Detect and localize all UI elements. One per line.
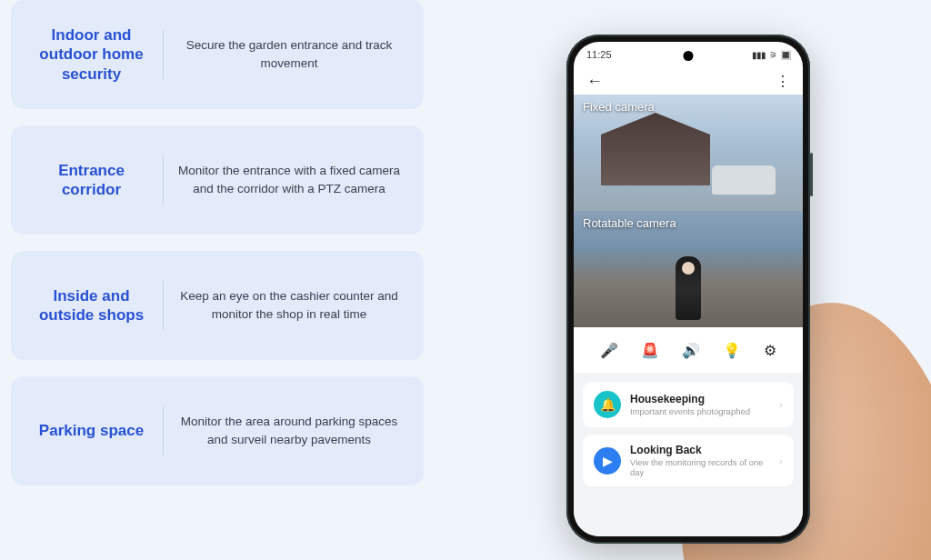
divider xyxy=(163,281,164,330)
mic-icon[interactable]: 🎤 xyxy=(600,342,618,359)
back-icon[interactable]: ← xyxy=(586,72,603,91)
phone-screen: 11:25 ▮▮▮ ⚞ 🔳 ← ⋮ Fixed camera Rotatable… xyxy=(574,42,803,536)
divider xyxy=(163,30,164,79)
siren-icon[interactable]: 🚨 xyxy=(641,342,659,359)
status-icons: ▮▮▮ ⚞ 🔳 xyxy=(752,50,790,60)
phone-camera-dot xyxy=(684,51,694,61)
feed-label: Fixed camera xyxy=(583,100,655,114)
app-bar: ← ⋮ xyxy=(574,67,803,95)
camera-feed-fixed[interactable]: Fixed camera xyxy=(574,95,803,211)
feed-label: Rotatable camera xyxy=(583,216,676,230)
feature-desc: Monitor the area around parking spaces a… xyxy=(173,413,405,448)
chevron-right-icon: › xyxy=(779,455,783,466)
divider xyxy=(163,406,164,455)
control-row: 🎤 🚨 🔊 💡 ⚙ xyxy=(574,327,803,373)
speaker-icon[interactable]: 🔊 xyxy=(682,342,700,359)
chevron-right-icon: › xyxy=(779,399,783,410)
feature-title: Inside and outside shops xyxy=(29,286,161,325)
item-title: Housekeeping xyxy=(630,393,770,405)
bulb-icon[interactable]: 💡 xyxy=(723,342,741,359)
feature-card-parking: Parking space Monitor the area around pa… xyxy=(11,376,424,485)
feature-desc: Monitor the entrance with a fixed camera… xyxy=(173,162,405,197)
item-sub: Important events photographed xyxy=(630,406,770,416)
feature-list: Indoor and outdoor home security Secure … xyxy=(0,0,445,560)
phone-frame: 11:25 ▮▮▮ ⚞ 🔳 ← ⋮ Fixed camera Rotatable… xyxy=(566,35,810,544)
bell-icon: 🔔 xyxy=(594,391,621,418)
play-icon: ▶ xyxy=(594,447,621,475)
item-sub: View the monitoring records of one day xyxy=(630,457,770,477)
feature-desc: Keep an eye on the cashier counter and m… xyxy=(173,287,405,323)
item-text: Housekeeping Important events photograph… xyxy=(630,393,770,416)
more-icon[interactable]: ⋮ xyxy=(776,73,790,90)
list-item-looking-back[interactable]: ▶ Looking Back View the monitoring recor… xyxy=(583,435,794,486)
settings-icon[interactable]: ⚙ xyxy=(764,342,776,359)
feature-title: Parking space xyxy=(29,421,161,440)
feature-list-section: 🔔 Housekeeping Important events photogra… xyxy=(574,373,803,536)
wifi-icon: ⚞ xyxy=(769,50,776,60)
status-time: 11:25 xyxy=(586,49,612,60)
item-title: Looking Back xyxy=(630,444,770,456)
feature-card-entrance: Entrance corridor Monitor the entrance w… xyxy=(11,125,424,235)
feature-desc: Secure the garden entrance and track mov… xyxy=(173,36,405,72)
list-item-housekeeping[interactable]: 🔔 Housekeeping Important events photogra… xyxy=(583,382,794,427)
item-text: Looking Back View the monitoring records… xyxy=(630,444,770,477)
battery-icon: 🔳 xyxy=(780,50,790,60)
phone-showcase: 11:25 ▮▮▮ ⚞ 🔳 ← ⋮ Fixed camera Rotatable… xyxy=(445,0,931,560)
feature-title: Entrance corridor xyxy=(29,161,161,200)
camera-feed-rotatable[interactable]: Rotatable camera xyxy=(574,211,803,327)
divider xyxy=(163,155,164,205)
feature-card-shops: Inside and outside shops Keep an eye on … xyxy=(11,251,424,360)
feature-card-home-security: Indoor and outdoor home security Secure … xyxy=(11,0,424,109)
feature-title: Indoor and outdoor home security xyxy=(29,25,161,84)
signal-icon: ▮▮▮ xyxy=(752,50,766,60)
